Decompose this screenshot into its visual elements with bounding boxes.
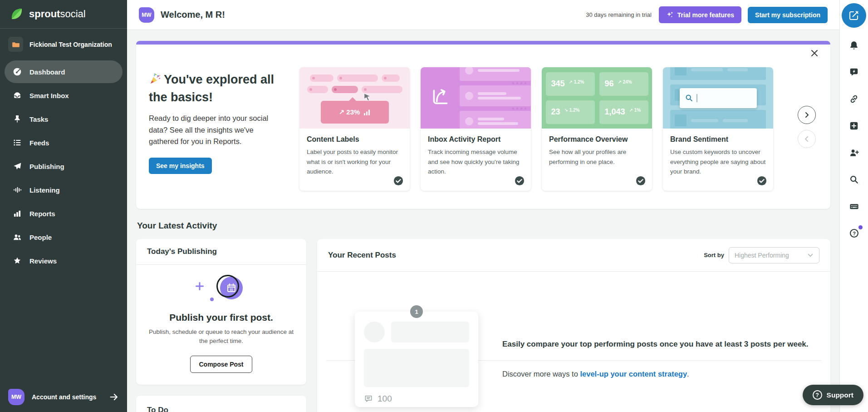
sidebar-item-smart-inbox[interactable]: Smart Inbox: [5, 84, 123, 107]
recent-posts-panel: Your Recent Posts Sort by Highest Perfor…: [317, 239, 830, 412]
todo-title: To Do: [136, 396, 306, 412]
sort-selected-value: Highest Performing: [735, 252, 789, 259]
banner-accent-bar: [136, 41, 830, 45]
trend-arrow-icon: [430, 87, 451, 109]
publish-description: Publish, schedule or queue to reach your…: [147, 328, 295, 346]
chevron-down-icon: [807, 252, 814, 258]
waveform-icon: [12, 185, 22, 194]
inbox-activity-illustration: [421, 67, 531, 129]
sidebar-item-feeds[interactable]: Feeds: [5, 131, 123, 154]
person-plus-icon: [849, 148, 859, 158]
sidebar-item-publishing[interactable]: Publishing: [5, 155, 123, 178]
sidebar-item-reports[interactable]: Reports: [5, 202, 123, 225]
trial-more-features-button[interactable]: Trial more features: [659, 6, 741, 23]
start-subscription-button[interactable]: Start my subscription: [748, 7, 828, 23]
brand-sentiment-illustration: [663, 67, 773, 129]
link-icon: [849, 94, 859, 104]
smart-inbox-icon: [12, 91, 22, 100]
sidebar-item-label: Publishing: [29, 163, 64, 170]
cursor-icon: [363, 93, 371, 103]
paper-plane-icon: [12, 162, 22, 171]
stat-tile: 345↗ 1.2%: [546, 72, 595, 96]
right-toolbar: ?: [839, 0, 868, 412]
todays-publishing-card: Today's Publishing 31 Publis: [136, 239, 306, 385]
question-mark-icon: ?: [813, 390, 822, 400]
party-popper-icon: [149, 74, 161, 88]
card-description: Track incoming message volume and see ho…: [428, 147, 524, 177]
sidebar: sproutsocial Fickional Test Organization…: [0, 0, 127, 412]
comment-icon: [364, 394, 373, 403]
card-description: Use custom keywords to uncover everythin…: [670, 147, 766, 177]
notifications-button[interactable]: [845, 36, 863, 55]
sidebar-item-label: Dashboard: [29, 68, 65, 76]
sidebar-item-label: Reports: [29, 210, 55, 218]
sprout-logo-text: sproutsocial: [29, 8, 86, 20]
stat-tile: 23↘ 1.2%: [546, 100, 595, 124]
quick-replies-button[interactable]: [845, 63, 863, 81]
welcome-title: Welcome, M R!: [161, 10, 225, 20]
completed-check-icon: [757, 176, 767, 186]
completed-check-icon: [515, 176, 525, 186]
arrow-right-icon: [109, 392, 119, 402]
feature-card-brand-sentiment[interactable]: Brand Sentiment Use custom keywords to u…: [663, 67, 773, 191]
sidebar-item-people[interactable]: People: [5, 226, 123, 248]
content-strategy-link[interactable]: level-up your content strategy: [580, 370, 687, 378]
sidebar-item-tasks[interactable]: Tasks: [5, 108, 123, 130]
account-and-settings[interactable]: MW Account and settings: [0, 382, 127, 412]
skeleton-block: [364, 349, 469, 387]
help-button[interactable]: ?: [845, 224, 863, 242]
feature-card-performance-overview[interactable]: 345↗ 1.2% 96↗ 24% 23↘ 1.2% 1,043↗ 1% Per…: [542, 67, 652, 191]
card-description: Label your posts to easily monitor what …: [307, 147, 402, 177]
add-button[interactable]: [845, 117, 863, 135]
sort-select[interactable]: Highest Performing: [729, 247, 819, 263]
keyboard-shortcuts-button[interactable]: [845, 197, 863, 215]
search-button[interactable]: [845, 170, 863, 189]
dashboard-content: You've explored all the basics! Ready to…: [127, 30, 839, 412]
invite-people-button[interactable]: [845, 144, 863, 162]
card-title: Brand Sentiment: [670, 135, 766, 144]
card-description: See how all your profiles are performing…: [549, 147, 645, 167]
carousel-prev-button[interactable]: [798, 130, 816, 148]
user-avatar[interactable]: MW: [139, 7, 154, 23]
account-label: Account and settings: [32, 393, 96, 401]
card-title: Content Labels: [307, 135, 402, 144]
bell-icon: [849, 40, 859, 50]
organization-name: Fickional Test Organization: [29, 41, 112, 48]
sidebar-item-label: People: [29, 233, 52, 241]
feature-card-inbox-activity[interactable]: Inbox Activity Report Track incoming mes…: [421, 67, 531, 191]
feature-cards: ↗ 23% Content Labels Label your posts to…: [299, 67, 773, 191]
see-my-insights-button[interactable]: See my insights: [149, 158, 212, 174]
star-icon: [12, 256, 22, 265]
sidebar-item-dashboard[interactable]: Dashboard: [5, 60, 123, 83]
mini-bars-icon: [364, 109, 370, 115]
plus-icon: [195, 281, 205, 291]
sidebar-item-listening[interactable]: Listening: [5, 179, 123, 201]
banner-intro: You've explored all the basics! Ready to…: [149, 72, 281, 191]
posts-empty-hint: Discover more ways to level-up your cont…: [502, 370, 689, 378]
support-button[interactable]: ? Support: [803, 385, 863, 405]
sidebar-nav: Dashboard Smart Inbox Tasks Feeds Publis…: [0, 60, 127, 272]
dashboard-icon: [12, 67, 22, 76]
keyboard-icon: [849, 201, 859, 212]
compose-button[interactable]: [842, 3, 866, 28]
sprout-logo[interactable]: sproutsocial: [0, 0, 127, 29]
skeleton-bar: [391, 322, 469, 343]
organization-switcher[interactable]: Fickional Test Organization: [5, 35, 123, 54]
compose-icon: [848, 10, 859, 21]
feature-card-content-labels[interactable]: ↗ 23% Content Labels Label your posts to…: [299, 67, 410, 191]
publish-headline: Publish your first post.: [147, 312, 295, 323]
sidebar-item-label: Tasks: [29, 115, 48, 123]
publish-illustration: 31: [192, 275, 251, 305]
sidebar-item-reviews[interactable]: Reviews: [5, 249, 123, 272]
close-banner-button[interactable]: [810, 49, 819, 57]
todo-card: To Do: [136, 396, 306, 412]
list-icon: [12, 138, 22, 147]
compose-post-button[interactable]: Compose Post: [190, 356, 252, 373]
svg-text:?: ?: [853, 230, 856, 236]
post-rank-badge: 1: [410, 305, 423, 318]
carousel-next-button[interactable]: [798, 106, 816, 124]
connect-profile-button[interactable]: [845, 90, 863, 108]
ring-decoration: [216, 275, 239, 298]
notification-dot: [858, 225, 863, 229]
performance-illustration: 345↗ 1.2% 96↗ 24% 23↘ 1.2% 1,043↗ 1%: [542, 67, 652, 129]
